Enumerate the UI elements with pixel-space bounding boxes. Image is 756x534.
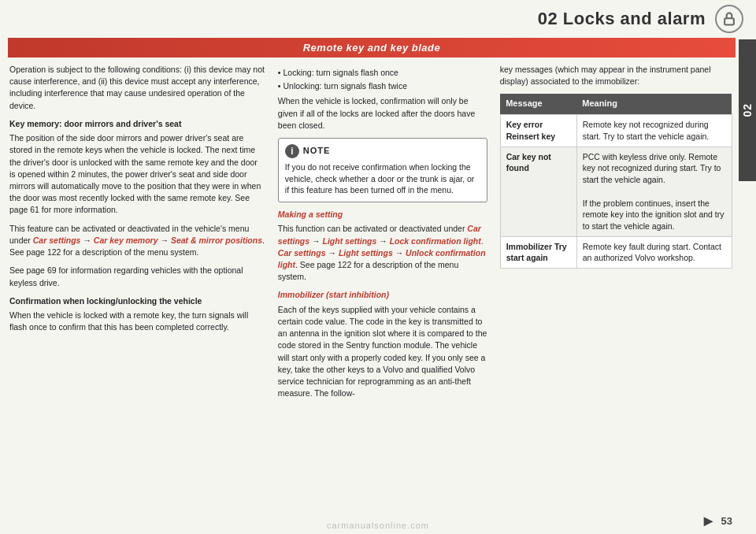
bottom-nav: ► 53 [701, 512, 732, 530]
message-table: Message Meaning Key error Reinsert keyRe… [500, 94, 732, 269]
page-header: 02 Locks and alarm [0, 0, 756, 36]
note-header: i NOTE [285, 144, 480, 158]
svg-rect-0 [724, 18, 734, 24]
section4-text: When the vehicle is locked with a remote… [9, 310, 265, 333]
page-number: 53 [721, 515, 732, 527]
immobilizer-heading: Immobilizer (start inhibition) [278, 289, 487, 301]
meaning-cell: Remote key fault during start. Contact a… [576, 236, 732, 268]
page-title: 02 Locks and alarm [538, 9, 706, 29]
section4-heading: Confirmation when locking/unlocking the … [9, 295, 265, 307]
watermark: carmanualsonline.com [327, 521, 429, 530]
right-intro: key messages (which may appear in the in… [500, 64, 732, 87]
meaning-cell: Remote key not recognized during start. … [576, 115, 732, 146]
making-text: This function can be activated or deacti… [278, 223, 487, 283]
next-arrow[interactable]: ► [701, 512, 717, 530]
intro-text: Operation is subject to the following co… [9, 64, 265, 112]
meaning-cell: PCC with keyless drive only. Remote key … [576, 146, 732, 236]
table-row: Car key not foundPCC with keyless drive … [500, 146, 732, 236]
message-cell: Immobilizer Try start again [500, 236, 576, 268]
main-content: Operation is subject to the following co… [0, 57, 756, 521]
section3-text: See page 69 for information regarding ve… [9, 265, 265, 288]
making-heading: Making a setting [278, 209, 487, 221]
col-message: Message [500, 94, 576, 114]
note-label: NOTE [303, 145, 331, 157]
left-column: Operation is subject to the following co… [9, 64, 265, 514]
table-row: Immobilizer Try start againRemote key fa… [500, 236, 732, 268]
note-text: If you do not receive confirmation when … [285, 161, 480, 196]
bullet-list: Locking: turn signals flash once Unlocki… [278, 67, 487, 92]
table-row: Key error Reinsert keyRemote key not rec… [500, 115, 732, 146]
message-cell: Key error Reinsert key [500, 115, 576, 146]
middle-column: Locking: turn signals flash once Unlocki… [278, 64, 487, 514]
chapter-tab: 02 [739, 39, 756, 181]
section-banner: Remote key and key blade [8, 38, 736, 57]
lock-icon [715, 5, 743, 33]
section1-text: The position of the side door mirrors an… [9, 132, 265, 217]
bullet-locking: Locking: turn signals flash once [278, 67, 487, 79]
confirmation-text: When the vehicle is locked, confirmation… [278, 95, 487, 132]
message-cell: Car key not found [500, 146, 576, 236]
col-meaning: Meaning [576, 94, 732, 114]
bullet-unlocking: Unlocking: turn signals flash twice [278, 80, 487, 92]
right-column: key messages (which may appear in the in… [500, 64, 732, 514]
note-icon: i [285, 144, 299, 158]
note-box: i NOTE If you do not receive confirmatio… [278, 138, 487, 202]
immobilizer-text: Each of the keys supplied with your vehi… [278, 304, 487, 400]
section1-heading: Key memory: door mirrors and driver's se… [9, 118, 265, 130]
section2-text: This feature can be activated or deactiv… [9, 223, 265, 259]
